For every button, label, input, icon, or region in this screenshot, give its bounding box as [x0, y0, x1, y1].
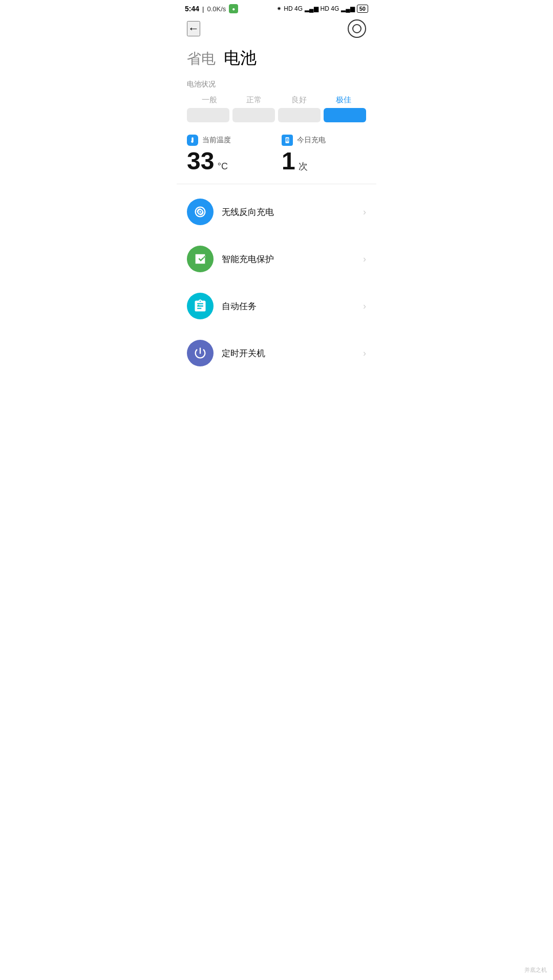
auto-task-label: 自动任务	[222, 300, 363, 312]
temperature-unit: °C	[218, 161, 228, 171]
smart-charge-protect-icon-wrap	[187, 246, 214, 272]
charging-icon	[282, 135, 293, 146]
wireless-reverse-charge-icon-wrap	[187, 199, 214, 225]
top-nav: ←	[177, 15, 376, 42]
charging-label: 今日充电	[297, 136, 326, 145]
smart-charge-protect-label: 智能充电保护	[222, 253, 363, 265]
timer-power-label: 定时开关机	[222, 347, 363, 359]
temperature-stat: 当前温度 33 °C	[187, 135, 271, 173]
bluetooth-icon: ⁕	[276, 5, 282, 12]
hd-4g-label: HD 4G	[284, 5, 303, 12]
tab-label-normal[interactable]: 正常	[232, 95, 277, 105]
page-title-section: 省电 电池	[177, 42, 376, 80]
tab-bar-general[interactable]	[187, 108, 229, 122]
auto-task-chevron: ›	[363, 301, 366, 312]
tab-label-general[interactable]: 一般	[187, 95, 232, 105]
charging-stat: 今日充电 1 次	[282, 135, 366, 173]
tabs-bars	[187, 108, 366, 122]
page-subtitle: 省电	[187, 49, 216, 69]
tab-bar-normal[interactable]	[232, 108, 275, 122]
temperature-value: 33	[187, 147, 214, 175]
battery-badge: 50	[357, 5, 368, 13]
temperature-label: 当前温度	[202, 136, 231, 145]
signal-bars-2: ▂▄▆	[341, 5, 355, 12]
charging-value-row: 1 次	[282, 149, 366, 173]
timer-power-icon-wrap	[187, 340, 214, 366]
settings-icon[interactable]	[348, 19, 366, 38]
network-icon: ●	[229, 4, 238, 13]
menu-item-smart-charge-protect[interactable]: 智能充电保护 ›	[177, 235, 376, 282]
stats-row: 当前温度 33 °C 今日充电 1 次	[177, 122, 376, 184]
status-separator: |	[202, 5, 204, 13]
signal-bars: ▂▄▆	[305, 5, 318, 12]
network-speed: 0.0K/s	[207, 5, 226, 13]
tab-label-good[interactable]: 良好	[276, 95, 322, 105]
charging-header: 今日充电	[282, 135, 366, 146]
status-bar: 5:44 | 0.0K/s ● ⁕ HD 4G ▂▄▆ HD 4G ▂▄▆ 50	[177, 0, 376, 15]
page-main-title: 电池	[224, 47, 257, 70]
wireless-reverse-charge-chevron: ›	[363, 207, 366, 217]
svg-point-0	[199, 211, 201, 213]
menu-list: 无线反向充电 › 智能充电保护 › 自动任务 › 定时开关	[177, 184, 376, 381]
temperature-header: 当前温度	[187, 135, 271, 146]
tab-bar-good[interactable]	[278, 108, 321, 122]
temperature-icon	[187, 135, 198, 146]
tab-bar-excellent[interactable]	[324, 108, 366, 122]
charging-unit: 次	[299, 161, 308, 171]
battery-status-label: 电池状况	[177, 80, 376, 95]
tabs-labels: 一般 正常 良好 极佳	[187, 95, 366, 105]
status-time: 5:44	[185, 5, 199, 13]
status-left: 5:44 | 0.0K/s ●	[185, 4, 238, 13]
back-button[interactable]: ←	[187, 21, 200, 36]
menu-item-wireless-reverse-charge[interactable]: 无线反向充电 ›	[177, 188, 376, 235]
smart-charge-protect-chevron: ›	[363, 254, 366, 265]
menu-item-timer-power[interactable]: 定时开关机 ›	[177, 330, 376, 377]
status-right: ⁕ HD 4G ▂▄▆ HD 4G ▂▄▆ 50	[276, 5, 368, 13]
menu-item-auto-task[interactable]: 自动任务 ›	[177, 282, 376, 330]
charging-value: 1	[282, 147, 295, 175]
battery-status-tabs: 一般 正常 良好 极佳	[177, 95, 376, 122]
tab-label-excellent[interactable]: 极佳	[322, 95, 367, 105]
timer-power-chevron: ›	[363, 348, 366, 359]
temperature-value-row: 33 °C	[187, 149, 271, 173]
auto-task-icon-wrap	[187, 293, 214, 319]
hd-4g-label-2: HD 4G	[321, 5, 339, 12]
wireless-reverse-charge-label: 无线反向充电	[222, 206, 363, 218]
